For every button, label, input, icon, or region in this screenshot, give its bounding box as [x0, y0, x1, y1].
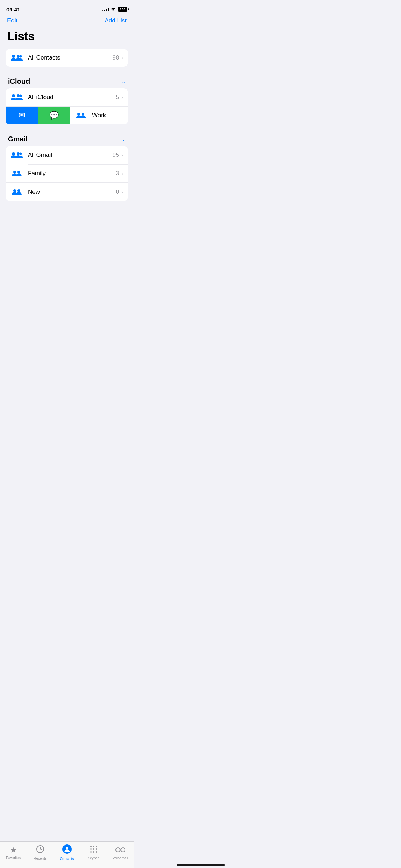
- battery-icon: 100: [118, 7, 127, 12]
- new-count: 0: [116, 188, 119, 196]
- gmail-card: All Gmail 95 › Family 3 ›: [6, 146, 128, 201]
- all-contacts-chevron: ›: [121, 55, 123, 61]
- icloud-card: All iCloud 5 › ✉ 💬: [6, 88, 128, 124]
- svg-point-12: [17, 171, 20, 174]
- content-area: All Contacts 98 › iCloud ⌄: [0, 49, 134, 201]
- all-icloud-row[interactable]: All iCloud 5 ›: [6, 88, 128, 107]
- new-row[interactable]: New 0 ›: [6, 183, 128, 201]
- gmail-collapse-button[interactable]: ⌄: [121, 136, 126, 143]
- svg-point-10: [20, 153, 22, 155]
- svg-point-11: [13, 171, 16, 174]
- family-row[interactable]: Family 3 ›: [6, 165, 128, 183]
- all-gmail-chevron: ›: [121, 152, 123, 158]
- all-contacts-card: All Contacts 98 ›: [6, 49, 128, 67]
- icloud-section: iCloud ⌄ All iCloud 5 ›: [6, 74, 128, 124]
- family-label: Family: [28, 170, 116, 177]
- svg-point-13: [13, 189, 16, 192]
- icloud-header: iCloud ⌄: [6, 74, 128, 88]
- people-icon: [11, 169, 23, 178]
- icloud-title: iCloud: [8, 77, 30, 86]
- svg-point-3: [12, 94, 15, 97]
- mail-icon: ✉: [19, 111, 25, 120]
- message-icon: 💬: [49, 111, 59, 120]
- gmail-header: Gmail ⌄: [6, 131, 128, 146]
- work-label: Work: [92, 112, 128, 119]
- all-gmail-count: 95: [112, 151, 119, 159]
- people-icon: [11, 151, 23, 159]
- status-icons: 100: [102, 7, 127, 12]
- work-row[interactable]: Work: [70, 107, 128, 124]
- svg-point-7: [82, 113, 84, 115]
- svg-point-9: [17, 152, 20, 155]
- family-chevron: ›: [121, 171, 123, 176]
- wifi-icon: [110, 7, 116, 11]
- svg-point-8: [12, 152, 15, 155]
- all-icloud-chevron: ›: [121, 94, 123, 100]
- status-bar: 09:41 100: [0, 0, 134, 16]
- svg-point-5: [20, 95, 22, 97]
- all-contacts-label: All Contacts: [28, 54, 112, 61]
- all-contacts-row[interactable]: All Contacts 98 ›: [6, 49, 128, 67]
- all-contacts-count: 98: [112, 54, 119, 61]
- svg-point-6: [77, 113, 80, 115]
- svg-point-1: [17, 55, 20, 58]
- page-title: Lists: [0, 28, 134, 49]
- add-list-button[interactable]: Add List: [105, 17, 127, 24]
- gmail-title: Gmail: [8, 135, 28, 143]
- all-gmail-row[interactable]: All Gmail 95 ›: [6, 146, 128, 164]
- people-icon: [11, 93, 23, 102]
- svg-point-2: [20, 55, 22, 58]
- family-count: 3: [116, 170, 119, 177]
- new-chevron: ›: [121, 189, 123, 195]
- status-time: 09:41: [6, 6, 20, 12]
- mail-swipe-action[interactable]: ✉: [6, 107, 38, 124]
- signal-icon: [102, 7, 109, 11]
- gmail-section: Gmail ⌄ All Gmail 95 ›: [6, 131, 128, 201]
- svg-point-0: [12, 55, 15, 58]
- edit-button[interactable]: Edit: [7, 17, 17, 24]
- svg-point-4: [17, 94, 20, 97]
- work-row-container: ✉ 💬 Work: [6, 107, 128, 124]
- icloud-collapse-button[interactable]: ⌄: [121, 78, 126, 85]
- all-gmail-label: All Gmail: [28, 151, 112, 159]
- all-icloud-label: All iCloud: [28, 94, 116, 101]
- all-icloud-count: 5: [116, 94, 119, 101]
- swipe-actions: ✉ 💬: [6, 107, 70, 124]
- message-swipe-action[interactable]: 💬: [38, 107, 70, 124]
- new-label: New: [28, 188, 116, 196]
- svg-point-14: [17, 189, 20, 192]
- people-icon: [11, 53, 23, 62]
- nav-bar: Edit Add List: [0, 16, 134, 28]
- people-icon: [75, 111, 87, 120]
- people-icon: [11, 188, 23, 196]
